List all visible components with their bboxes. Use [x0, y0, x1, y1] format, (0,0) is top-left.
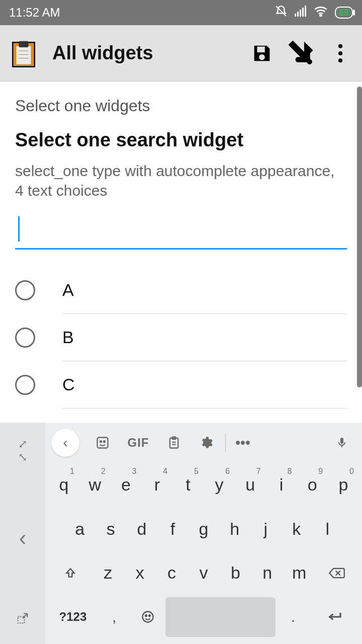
key-m[interactable]: m [284, 553, 314, 593]
key-c[interactable]: c [157, 553, 187, 593]
key-v[interactable]: v [189, 553, 218, 593]
svg-point-19 [338, 44, 342, 48]
settings-gear-icon[interactable] [190, 429, 222, 457]
svg-rect-30 [340, 438, 343, 444]
status-right: 69 [275, 5, 353, 21]
popout-icon[interactable] [16, 611, 30, 629]
cell-signal-icon [295, 6, 307, 20]
key-z[interactable]: z [93, 553, 123, 593]
form-content: Select one widgets Select one search wid… [0, 82, 362, 423]
svg-point-14 [259, 54, 265, 60]
arrow-down-right-icon[interactable] [289, 41, 314, 66]
svg-point-6 [320, 15, 321, 16]
key-row-2: asdfghjkl [48, 507, 359, 551]
clipboard-icon[interactable] [158, 429, 190, 457]
text-cursor [18, 216, 20, 242]
option-label: C [62, 361, 347, 409]
dnd-icon [275, 5, 288, 21]
key-t[interactable]: t5 [173, 465, 203, 505]
app-title: All widgets [52, 42, 235, 64]
svg-rect-13 [257, 46, 264, 52]
svg-rect-3 [300, 10, 301, 17]
svg-point-20 [338, 51, 342, 55]
key-f[interactable]: f [158, 509, 188, 549]
keyboard-main: ‹ GIF ••• q1w2e3r4t5y6u7i8o9p0 asdfghjkl [45, 423, 362, 644]
keyboard-sidebar: ⤢⤡ ‹ [0, 423, 45, 644]
svg-rect-1 [295, 14, 296, 17]
radio-unchecked-icon[interactable] [15, 375, 35, 395]
period-key[interactable]: . [278, 597, 309, 637]
status-bar: 11:52 AM 69 [0, 0, 362, 25]
key-b[interactable]: b [221, 553, 250, 593]
key-y[interactable]: y6 [205, 465, 234, 505]
key-a[interactable]: a [65, 509, 95, 549]
key-d[interactable]: d [127, 509, 156, 549]
key-w[interactable]: w2 [80, 465, 110, 505]
option-c[interactable]: C [15, 361, 347, 409]
option-a[interactable]: A [15, 267, 347, 314]
space-key[interactable] [165, 597, 276, 637]
app-bar: All widgets [0, 25, 362, 82]
more-menu-icon[interactable] [328, 41, 353, 66]
gif-button[interactable]: GIF [119, 429, 158, 457]
key-r[interactable]: r4 [142, 465, 171, 505]
svg-point-24 [100, 441, 102, 442]
key-h[interactable]: h [220, 509, 249, 549]
emoji-key-icon[interactable] [132, 597, 163, 637]
suggestion-bar: ‹ GIF ••• [45, 423, 362, 463]
more-suggestions-icon[interactable]: ••• [229, 429, 257, 457]
options-list: A B C [15, 267, 347, 409]
key-j[interactable]: j [251, 509, 280, 549]
svg-point-34 [142, 612, 153, 622]
question-hint: select_one type with autocomplete appear… [15, 161, 347, 200]
search-input[interactable] [15, 213, 347, 250]
svg-point-18 [307, 59, 312, 64]
enter-key-icon[interactable] [311, 597, 358, 637]
key-row-4: ?123 , . [48, 595, 359, 639]
svg-point-36 [149, 615, 150, 617]
svg-point-21 [338, 58, 342, 62]
comma-key[interactable]: , [99, 597, 130, 637]
soft-keyboard: ⤢⤡ ‹ ‹ GIF ••• q1w2e3r4t5y6u [0, 423, 362, 644]
svg-rect-9 [19, 41, 28, 47]
key-row-1: q1w2e3r4t5y6u7i8o9p0 [48, 463, 359, 507]
battery-indicator: 69 [335, 7, 353, 19]
sticker-icon[interactable] [86, 429, 119, 457]
svg-rect-4 [302, 8, 304, 17]
suggestion-back-icon[interactable]: ‹ [51, 429, 79, 457]
key-n[interactable]: n [252, 553, 282, 593]
option-label: B [62, 314, 347, 361]
question-label: Select one search widget [15, 129, 347, 151]
svg-point-25 [104, 441, 105, 442]
key-g[interactable]: g [189, 509, 218, 549]
key-q[interactable]: q1 [49, 465, 78, 505]
svg-rect-5 [305, 6, 306, 17]
backspace-key-icon[interactable] [316, 553, 358, 593]
key-row-3: zxcvbnm [48, 551, 359, 595]
key-e[interactable]: e3 [112, 465, 141, 505]
svg-point-35 [145, 615, 147, 617]
key-u[interactable]: u7 [236, 465, 265, 505]
key-k[interactable]: k [282, 509, 311, 549]
microphone-icon[interactable] [328, 429, 356, 457]
shift-key-icon[interactable] [49, 553, 91, 593]
scrollbar-thumb[interactable] [357, 87, 362, 387]
wifi-icon [314, 6, 328, 20]
key-o[interactable]: o9 [298, 465, 327, 505]
key-l[interactable]: l [313, 509, 342, 549]
group-label: Select one widgets [15, 97, 347, 115]
key-i[interactable]: i8 [267, 465, 296, 505]
symbols-key[interactable]: ?123 [49, 597, 97, 637]
radio-unchecked-icon[interactable] [15, 280, 35, 300]
key-p[interactable]: p0 [329, 465, 358, 505]
collapse-back-icon[interactable]: ‹ [19, 525, 27, 550]
option-b[interactable]: B [15, 314, 347, 361]
svg-rect-8 [17, 46, 31, 64]
key-s[interactable]: s [97, 509, 126, 549]
key-x[interactable]: x [125, 553, 155, 593]
clipboard-app-icon[interactable] [9, 39, 38, 68]
autocomplete-search[interactable] [15, 213, 347, 250]
expand-icon[interactable]: ⤢⤡ [18, 438, 27, 464]
radio-unchecked-icon[interactable] [15, 328, 35, 348]
save-icon[interactable] [249, 41, 275, 66]
